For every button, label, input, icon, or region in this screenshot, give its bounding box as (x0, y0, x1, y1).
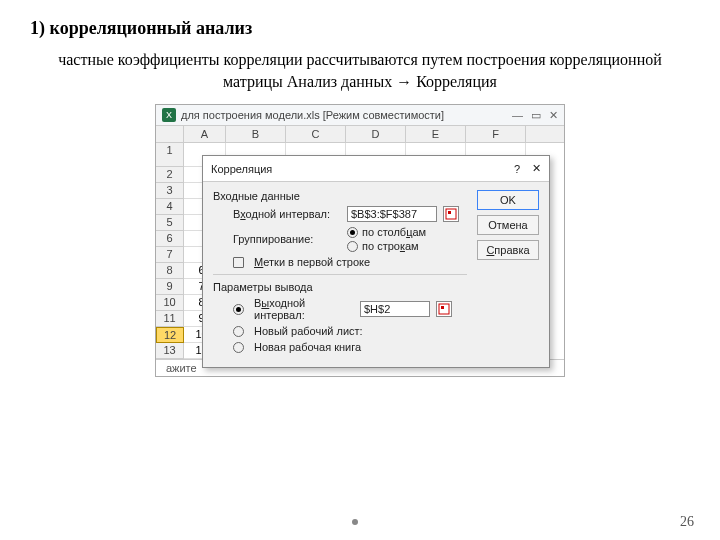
row-header[interactable]: 1 (156, 143, 184, 167)
row-header[interactable]: 6 (156, 231, 184, 247)
col-header[interactable]: C (286, 126, 346, 142)
group-by-columns-radio[interactable] (347, 227, 358, 238)
labels-first-row-checkbox[interactable] (233, 257, 244, 268)
col-header[interactable]: A (184, 126, 226, 142)
new-worksheet-radio[interactable] (233, 326, 244, 337)
maximize-icon[interactable]: ▭ (531, 109, 541, 122)
row-header[interactable]: 7 (156, 247, 184, 263)
col-header[interactable]: D (346, 126, 406, 142)
slide-subtext: частные коэффициенты корреляции рассчиты… (40, 49, 680, 92)
cancel-button[interactable]: Отмена (477, 215, 539, 235)
input-section-title: Входные данные (213, 190, 467, 202)
output-range-label: Выходной интервал: (254, 297, 354, 321)
new-workbook-radio[interactable] (233, 342, 244, 353)
slide-heading: 1) корреляционный анализ (30, 18, 690, 39)
input-range-label: Входной интервал: (233, 208, 341, 220)
row-header[interactable]: 9 (156, 279, 184, 295)
group-by-columns-label: по столбцам (362, 226, 426, 238)
close-icon[interactable]: ✕ (549, 109, 558, 122)
new-worksheet-label: Новый рабочий лист: (254, 325, 363, 337)
output-range-field[interactable]: $H$2 (360, 301, 430, 317)
svg-rect-1 (448, 211, 451, 214)
col-header[interactable]: B (226, 126, 286, 142)
range-picker-icon[interactable] (436, 301, 452, 317)
col-header[interactable]: F (466, 126, 526, 142)
range-picker-icon[interactable] (443, 206, 459, 222)
input-range-field[interactable]: $B$3:$F$387 (347, 206, 437, 222)
correlation-dialog: Корреляция ? ✕ Входные данные Входной ин… (202, 155, 550, 368)
excel-file-title: для построения модели.xls [Режим совмест… (181, 109, 512, 121)
labels-first-row-label: Метки в первой строке (254, 256, 370, 268)
col-header-corner[interactable] (156, 126, 184, 142)
row-header[interactable]: 2 (156, 167, 184, 183)
close-icon[interactable]: ✕ (532, 162, 541, 175)
excel-titlebar: X для построения модели.xls [Режим совме… (156, 105, 564, 126)
group-by-rows-label: по строкам (362, 240, 419, 252)
group-by-rows-radio[interactable] (347, 241, 358, 252)
row-header[interactable]: 8 (156, 263, 184, 279)
minimize-icon[interactable]: — (512, 109, 523, 122)
output-section-title: Параметры вывода (213, 281, 467, 293)
row-header[interactable]: 13 (156, 343, 184, 359)
help-button[interactable]: Справка (477, 240, 539, 260)
row-header[interactable]: 4 (156, 199, 184, 215)
dialog-titlebar: Корреляция ? ✕ (203, 156, 549, 182)
excel-app-icon: X (162, 108, 176, 122)
row-header[interactable]: 3 (156, 183, 184, 199)
row-header[interactable]: 11 (156, 311, 184, 327)
output-range-radio[interactable] (233, 304, 244, 315)
help-icon[interactable]: ? (514, 163, 520, 175)
row-header[interactable]: 5 (156, 215, 184, 231)
ok-button[interactable]: OK (477, 190, 539, 210)
svg-rect-3 (441, 306, 444, 309)
excel-window: X для построения модели.xls [Режим совме… (155, 104, 565, 377)
col-header[interactable]: E (406, 126, 466, 142)
grouping-label: Группирование: (233, 233, 341, 245)
row-header[interactable]: 10 (156, 295, 184, 311)
slide-bullet-icon (352, 519, 358, 525)
page-number: 26 (680, 514, 694, 530)
column-headers: A B C D E F (156, 126, 564, 143)
row-header[interactable]: 12 (156, 327, 184, 343)
new-workbook-label: Новая рабочая книга (254, 341, 361, 353)
dialog-title-text: Корреляция (211, 163, 514, 175)
